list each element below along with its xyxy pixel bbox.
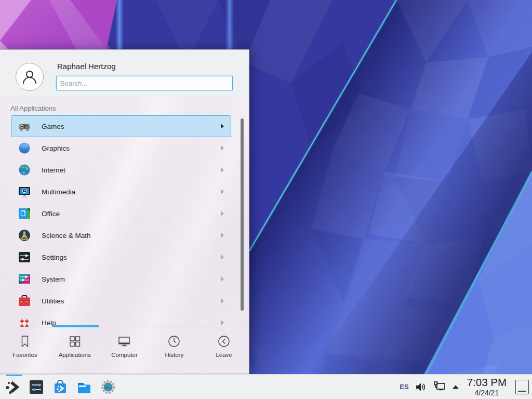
category-row-internet[interactable]: Internet <box>11 159 231 181</box>
submenu-arrow-icon <box>221 211 224 216</box>
user-icon <box>21 68 38 86</box>
system-settings-button[interactable] <box>28 378 45 396</box>
category-row-graphics[interactable]: Graphics <box>11 137 231 159</box>
app-grid-icon <box>68 334 82 349</box>
system-tray: ES 7:03 PM 4/24/21 <box>400 375 529 399</box>
category-row-settings[interactable]: Settings <box>11 246 231 268</box>
file-manager-button[interactable] <box>75 378 93 396</box>
search-field-wrap <box>56 76 233 90</box>
category-label: Multimedia <box>42 188 75 196</box>
category-row-help[interactable]: Help <box>11 312 231 327</box>
tab-label: History <box>165 352 183 358</box>
folder-icon <box>76 379 92 395</box>
category-label: Science & Math <box>42 232 91 240</box>
user-avatar[interactable] <box>16 63 44 91</box>
system-settings-icon <box>28 379 45 395</box>
toolbox-icon <box>18 294 31 308</box>
submenu-arrow-icon <box>221 298 224 303</box>
submenu-arrow-icon <box>221 167 224 172</box>
gamepad-icon <box>18 119 31 133</box>
user-name: Raphael Hertzog <box>57 62 116 71</box>
discover-icon <box>52 379 69 395</box>
launcher-active-indicator <box>6 375 22 376</box>
settings-icon <box>18 250 31 264</box>
digital-clock[interactable]: 7:03 PM 4/24/21 <box>467 377 507 396</box>
category-label: System <box>42 275 65 283</box>
office-icon <box>18 207 31 220</box>
tab-label: Computer <box>111 352 138 358</box>
section-label: All Applications <box>10 104 56 112</box>
launcher-tabbar: Favorites Applications Computer <box>0 327 249 375</box>
task-icons <box>4 378 117 396</box>
list-scrollbar[interactable] <box>241 118 244 311</box>
submenu-arrow-icon <box>221 233 224 238</box>
category-label: Settings <box>42 254 67 261</box>
web-browser-button[interactable] <box>99 378 117 396</box>
submenu-arrow-icon <box>221 145 224 151</box>
browser-globe-icon <box>100 379 116 395</box>
category-row-office[interactable]: Office <box>11 203 231 224</box>
leave-icon <box>217 334 231 349</box>
tab-leave[interactable]: Leave <box>199 327 249 375</box>
submenu-arrow-icon <box>221 189 224 194</box>
volume-icon[interactable] <box>415 381 427 393</box>
category-label: Games <box>42 123 64 130</box>
lifebuoy-icon <box>18 316 31 327</box>
category-row-science[interactable]: Science & Math <box>11 224 231 246</box>
application-launcher-button[interactable] <box>4 378 21 396</box>
category-row-system[interactable]: System <box>11 268 231 290</box>
network-icon[interactable] <box>433 381 446 393</box>
clock-icon <box>167 334 181 349</box>
text-cursor <box>60 79 60 87</box>
category-row-utilities[interactable]: Utilities <box>11 290 231 312</box>
sphere-icon <box>18 141 31 155</box>
submenu-arrow-icon <box>221 255 224 260</box>
tab-computer[interactable]: Computer <box>100 327 150 375</box>
discover-button[interactable] <box>51 378 69 396</box>
category-label: Office <box>42 210 60 218</box>
category-label: Internet <box>42 166 65 174</box>
bookmark-icon <box>18 334 32 349</box>
category-row-multimedia[interactable]: Multimedia <box>11 181 231 203</box>
category-list: Games Graphics <box>0 115 249 327</box>
monitor-icon <box>117 334 131 349</box>
tray-expander-icon[interactable] <box>452 384 459 390</box>
tab-applications[interactable]: Applications <box>50 327 100 375</box>
submenu-arrow-icon <box>221 276 224 282</box>
taskbar-panel: ES 7:03 PM 4/24/21 <box>0 374 532 399</box>
kickoff-icon <box>4 379 21 395</box>
keyboard-layout-indicator[interactable]: ES <box>400 383 408 391</box>
tab-label: Favorites <box>12 352 37 358</box>
tab-label: Applications <box>59 352 91 358</box>
category-label: Utilities <box>42 297 64 305</box>
submenu-arrow-icon <box>221 124 224 129</box>
multimedia-icon <box>18 185 31 198</box>
clock-date: 4/24/21 <box>474 389 499 396</box>
category-label: Graphics <box>42 144 70 152</box>
search-input[interactable] <box>56 76 233 90</box>
application-launcher-menu: Raphael Hertzog All Applications <box>0 49 249 374</box>
desktop: Raphael Hertzog All Applications <box>0 0 532 399</box>
globe-icon <box>18 163 31 177</box>
clock-time: 7:03 PM <box>467 377 507 388</box>
tab-history[interactable]: History <box>149 327 199 375</box>
category-row-games[interactable]: Games <box>11 115 231 137</box>
tab-favorites[interactable]: Favorites <box>0 327 50 375</box>
submenu-arrow-icon <box>221 320 224 325</box>
tab-label: Leave <box>216 352 232 358</box>
show-desktop-button[interactable] <box>515 380 529 394</box>
science-icon <box>18 229 31 242</box>
system-icon <box>18 272 31 286</box>
launcher-header: Raphael Hertzog <box>0 50 249 97</box>
